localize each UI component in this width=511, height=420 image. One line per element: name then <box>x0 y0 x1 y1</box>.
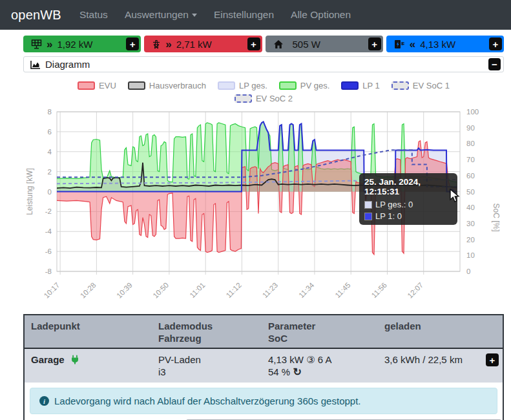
svg-text:50: 50 <box>466 188 475 196</box>
legend-item[interactable]: EV SoC 2 <box>235 94 293 103</box>
tooltip-lp-ges-value: LP ges.: 0 <box>375 200 413 209</box>
col-lademodus-fahrzeug: LademodusFahrzeug <box>158 320 268 344</box>
charged-energy: 3,6 kWh / 22,5 km <box>384 354 463 365</box>
flow-direction: » <box>165 39 171 50</box>
chargepoint-row-garage[interactable]: Garage PV-Laden i3 4,13 kW ③ 6 A 54 % ↻ … <box>25 349 503 383</box>
svg-text:4: 4 <box>48 148 52 156</box>
legend-item[interactable]: PV ges. <box>279 81 330 90</box>
mouse-cursor-icon <box>449 189 462 203</box>
refresh-soc-icon[interactable]: ↻ <box>293 366 301 377</box>
chargepoint-table-header: Ladepunkt LademodusFahrzeug ParameterSoC… <box>25 315 503 349</box>
nav-item-auswertungen[interactable]: Auswertungen <box>125 9 197 21</box>
legend-item[interactable]: Hausverbrauch <box>128 81 206 90</box>
chargepoint-name: Garage <box>31 354 65 365</box>
svg-text:60: 60 <box>466 172 475 180</box>
chart-legend-row-1: EVUHausverbrauchLP ges.PV ges.LP 1EV SoC… <box>23 81 504 90</box>
parameter-soc-cell: 4,13 kW ③ 6 A 54 % ↻ <box>268 353 384 378</box>
chart-area: EVUHausverbrauchLP ges.PV ges.LP 1EV SoC… <box>23 72 504 312</box>
chart-legend-row-2: EV SoC 2 <box>23 94 504 103</box>
svg-text:-6: -6 <box>45 247 52 255</box>
svg-text:0: 0 <box>466 268 470 275</box>
legend-item[interactable]: LP 1 <box>341 81 380 90</box>
nav-item-status[interactable]: Status <box>79 9 108 21</box>
grid-power-value: 2,71 kW <box>176 39 247 50</box>
diagram-panel-title: Diagramm <box>45 59 488 70</box>
lp1-swatch <box>364 213 372 220</box>
svg-text:100: 100 <box>466 108 479 116</box>
chart-tooltip: 25. Jan. 2024, 12:15:31 LP ges.: 0 LP 1:… <box>359 173 457 225</box>
nav-item-alle-optionen[interactable]: Alle Optionen <box>291 9 351 21</box>
collapse-diagram-button[interactable]: − <box>488 58 501 70</box>
svg-text:10:28: 10:28 <box>79 281 98 300</box>
house-icon <box>273 39 284 49</box>
svg-text:70: 70 <box>466 156 475 163</box>
chevron-down-icon <box>192 14 197 17</box>
nav-item-einstellungen[interactable]: Einstellungen <box>214 9 274 21</box>
charge-mode: PV-Laden <box>158 354 201 365</box>
svg-text:-8: -8 <box>45 268 52 275</box>
plug-icon <box>71 355 79 367</box>
power-badge-row: » 1,92 kW + » 2,71 kW + 505 W + « 4,13 k <box>23 36 504 52</box>
tooltip-row: LP ges.: 0 <box>364 200 452 209</box>
pv-power-value: 1,92 kW <box>57 39 126 50</box>
house-power-badge[interactable]: 505 W + <box>266 36 383 52</box>
svg-text:30: 30 <box>466 220 475 227</box>
svg-text:-2: -2 <box>45 207 52 215</box>
svg-text:12:07: 12:07 <box>406 281 424 300</box>
pv-expand-button[interactable]: + <box>126 37 139 50</box>
svg-text:0: 0 <box>48 188 52 196</box>
main-content: » 1,92 kW + » 2,71 kW + 505 W + « 4,13 k <box>23 36 504 420</box>
chargepoint-card: Ladepunkt LademodusFahrzeug ParameterSoC… <box>23 314 504 420</box>
svg-text:10:17: 10:17 <box>43 281 61 300</box>
svg-text:11:45: 11:45 <box>333 281 351 299</box>
lp-ges-swatch <box>364 201 372 209</box>
svg-text:90: 90 <box>466 124 475 132</box>
svg-text:20: 20 <box>466 236 475 244</box>
info-icon: i <box>39 396 49 406</box>
grid-power-badge[interactable]: » 2,71 kW + <box>144 36 262 52</box>
charge-stop-alert: i Ladevorgang wird nach Ablauf der Absch… <box>30 388 497 414</box>
charging-station-icon <box>394 39 405 49</box>
diagram-panel-header: Diagramm − <box>23 56 504 72</box>
col-ladepunkt: Ladepunkt <box>31 320 158 344</box>
svg-text:11:34: 11:34 <box>297 281 316 300</box>
house-expand-button[interactable]: + <box>368 37 381 50</box>
legend-item[interactable]: EV SoC 1 <box>391 81 450 90</box>
chargepoint-expand-row-button[interactable]: + <box>486 353 499 366</box>
grid-expand-button[interactable]: + <box>247 37 260 50</box>
svg-text:-4: -4 <box>45 227 52 235</box>
vehicle-name: i3 <box>158 366 268 378</box>
chargepoint-expand-button[interactable]: + <box>489 37 502 50</box>
tooltip-row: LP 1: 0 <box>364 211 452 221</box>
phases-icon: ③ <box>306 354 315 365</box>
svg-text:11:56: 11:56 <box>370 281 388 299</box>
flow-direction: « <box>410 39 415 50</box>
soc-value: 54 % <box>268 366 290 377</box>
house-power-value: 505 W <box>293 39 368 50</box>
svg-text:11:23: 11:23 <box>261 281 279 299</box>
charge-power: 4,13 kW <box>268 354 304 365</box>
flow-direction: » <box>47 39 52 50</box>
brand-openwb[interactable]: openWB <box>11 8 61 23</box>
navbar: openWB Status Auswertungen Einstellungen… <box>0 0 511 30</box>
svg-text:SoC [%]: SoC [%] <box>492 203 501 231</box>
area-chart-icon <box>30 60 41 69</box>
chargepoint-power-badge[interactable]: « 4,13 kW + <box>386 36 504 52</box>
legend-item[interactable]: EVU <box>78 81 116 90</box>
solar-panel-icon <box>31 39 42 49</box>
svg-text:80: 80 <box>466 140 475 147</box>
svg-text:2: 2 <box>48 168 52 176</box>
svg-text:11:01: 11:01 <box>188 281 206 299</box>
chargepoint-power-value: 4,13 kW <box>420 39 489 50</box>
svg-text:11:12: 11:12 <box>225 281 243 299</box>
pv-power-badge[interactable]: » 1,92 kW + <box>23 36 141 52</box>
legend-item[interactable]: LP ges. <box>218 81 267 90</box>
col-geladen: geladen <box>384 320 486 344</box>
tooltip-timestamp: 25. Jan. 2024, 12:15:31 <box>364 177 452 196</box>
alert-text: Ladevorgang wird nach Ablauf der Abschal… <box>54 395 361 406</box>
charged-energy-cell: 3,6 kWh / 22,5 km <box>384 353 486 378</box>
mode-vehicle-cell: PV-Laden i3 <box>158 353 268 378</box>
svg-text:Leistung [kW]: Leistung [kW] <box>25 168 34 215</box>
tooltip-lp1-value: LP 1: 0 <box>375 211 402 221</box>
svg-text:40: 40 <box>466 204 475 211</box>
